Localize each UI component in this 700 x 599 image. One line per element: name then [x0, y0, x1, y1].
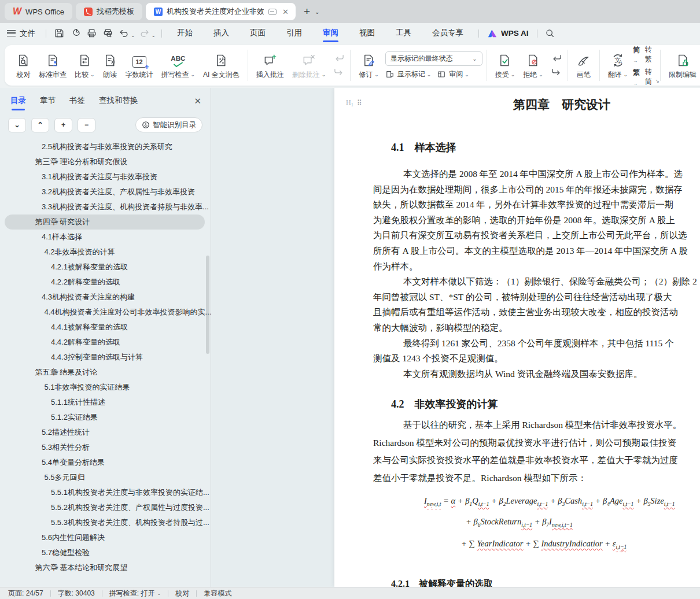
toc-item[interactable]: 3.3机构投资者关注度、机构投资者持股与非效率...	[0, 199, 211, 215]
tab-current-document[interactable]: W 机构投资者关注度对企业非效... ✕	[146, 3, 296, 20]
toc-item[interactable]: 4.4.2解释变量的选取	[0, 335, 211, 350]
toc-item[interactable]: 5.1.1统计性描述	[0, 395, 211, 410]
more-commands-chevron-icon[interactable]: ⌄	[152, 32, 156, 38]
svg-text:A: A	[618, 59, 622, 65]
undo-history-chevron-icon[interactable]: ⌄	[131, 32, 135, 38]
tab-label: WPS Office	[25, 8, 64, 16]
toc-item[interactable]: ▾5.1非效率投资的实证结果	[0, 380, 211, 395]
word-count-indicator[interactable]: 字数: 30403	[58, 589, 95, 598]
menu-item-开始[interactable]: 开始	[171, 23, 198, 43]
toc-item[interactable]: 4.4.3控制变量的选取与计算	[0, 350, 211, 365]
menu-item-插入[interactable]: 插入	[208, 23, 235, 43]
wps-ai-button[interactable]: WPS AI	[487, 29, 529, 38]
insert-comment-button[interactable]: 插入批注	[252, 49, 288, 82]
toc-item[interactable]: 3.2机构投资者关注度、产权属性与非效率投资	[0, 184, 211, 199]
toc-item[interactable]: 5.5.2机构投资者关注度、产权属性与过度投资...	[0, 500, 211, 515]
spellcheck-toggle[interactable]: 拼写检查: 打开 ⌄	[109, 589, 161, 598]
translate-button[interactable]: 文A 翻译⌄	[604, 49, 632, 82]
proofread-status-button[interactable]: 校对	[175, 589, 189, 598]
toc-item[interactable]: 5.5.1机构投资者关注度与非效率投资的实证结...	[0, 485, 211, 500]
sidebar-tab-书签[interactable]: 书签	[69, 95, 85, 110]
toc-item[interactable]: 4.1样本选择	[0, 230, 211, 245]
smart-toc-button[interactable]: 智能识别目录	[135, 117, 202, 132]
toc-item[interactable]: 3.1机构投资者关注度与非效率投资	[0, 169, 211, 184]
word-count-button[interactable]: 12+ 字数统计	[121, 49, 157, 82]
read-aloud-button[interactable]: 朗读	[99, 49, 121, 82]
redo-button[interactable]	[137, 27, 152, 40]
toc-item[interactable]: ▾第四章 研究设计	[0, 215, 211, 230]
menu-item-工具[interactable]: 工具	[390, 23, 417, 43]
sidebar-scrollbar[interactable]	[206, 256, 209, 354]
tab-wps-home[interactable]: W WPS Office	[5, 3, 72, 20]
toc-item[interactable]: ▾第三章 理论分析和研究假设	[0, 154, 211, 169]
export-pdf-button[interactable]	[68, 27, 83, 40]
standard-review-button[interactable]: 标准审查	[35, 49, 71, 82]
toc-item[interactable]: 5.1.2实证结果	[0, 410, 211, 425]
marks-state-dropdown[interactable]: 显示标记的最终状态 ⌄	[385, 51, 482, 66]
toc-item[interactable]: 4.2.1被解释变量的选取	[0, 260, 211, 275]
close-sidebar-icon[interactable]: ✕	[194, 96, 201, 110]
zoom-in-toc-button[interactable]: +	[54, 118, 72, 132]
previous-change-button[interactable]	[550, 53, 563, 64]
tab-docer-templates[interactable]: 找稻壳模板	[76, 3, 142, 20]
review-pane-button[interactable]: 审阅 ⌄	[437, 69, 469, 79]
sidebar-tab-目录[interactable]: 目录	[10, 95, 26, 110]
toc-item[interactable]: 5.4单变量分析结果	[0, 455, 211, 470]
toc-item[interactable]: 5.7稳健型检验	[0, 545, 211, 560]
next-change-button[interactable]	[550, 66, 563, 78]
toc-item[interactable]: 5.6内生性问题解决	[0, 530, 211, 545]
toc-item[interactable]: 4.2.2解释变量的选取	[0, 275, 211, 290]
restrict-editing-button[interactable]: 限制编辑	[665, 49, 700, 82]
tab-list-chevron-icon[interactable]: ⌄	[315, 9, 319, 15]
toc-item[interactable]: ▾第五章 结果及讨论	[0, 365, 211, 380]
toc-item[interactable]: 5.2描述性统计	[0, 425, 211, 440]
collapse-all-button[interactable]: ⌃	[31, 118, 49, 132]
toc-item[interactable]: 2.5机构投资者与非效率投资的关系研究	[0, 139, 211, 154]
previous-comment-button[interactable]	[332, 53, 346, 64]
save-button[interactable]	[51, 27, 67, 40]
accept-changes-button[interactable]: 接受⌄	[491, 49, 520, 82]
menu-item-会员专享[interactable]: 会员专享	[426, 23, 469, 43]
file-menu-button[interactable]: 文件	[7, 28, 35, 39]
track-changes-button[interactable]: 修订⌄	[355, 49, 383, 82]
compare-button[interactable]: 比较⌄	[71, 49, 99, 82]
expand-all-button[interactable]: ⌄	[8, 118, 26, 132]
search-icon[interactable]	[543, 27, 558, 40]
document-page[interactable]: H1 ⠿ 第四章 研究设计4.1 样本选择本文选择的是 2008 年至 2014…	[334, 88, 700, 587]
toc-item[interactable]: 5.3相关性分析	[0, 440, 211, 455]
menu-item-引用[interactable]: 引用	[281, 23, 308, 43]
zoom-out-toc-button[interactable]: −	[78, 118, 95, 132]
toc-item[interactable]: 4.4.1被解释变量的选取	[0, 320, 211, 335]
smart-toc-icon	[142, 121, 150, 129]
next-comment-button[interactable]	[332, 66, 346, 78]
chapter-title: 第四章 研究设计	[513, 96, 700, 113]
reject-changes-button[interactable]: 拒绝⌄	[519, 49, 547, 82]
proofread-button[interactable]: 校对	[12, 49, 35, 82]
toc-item[interactable]: 4.3机构投资者关注度的构建	[0, 290, 211, 305]
print-preview-button[interactable]	[100, 27, 115, 40]
sidebar-tab-章节[interactable]: 章节	[40, 95, 56, 110]
close-tab-icon[interactable]: ✕	[280, 8, 291, 16]
print-button[interactable]	[84, 27, 99, 40]
menu-item-页面[interactable]: 页面	[244, 23, 271, 43]
spell-check-button[interactable]: ABC 拼写检查⌄	[157, 49, 200, 82]
toc-item[interactable]: ▾5.5多元回归	[0, 470, 211, 485]
undo-button[interactable]	[116, 27, 131, 40]
sidebar-tab-查找和替换[interactable]: 查找和替换	[99, 95, 138, 110]
menu-item-视图[interactable]: 视图	[353, 23, 381, 43]
toc-item[interactable]: ▾第六章 基本结论和研究展望	[0, 560, 211, 575]
pen-annotate-button[interactable]: 画笔	[572, 49, 595, 82]
menu-item-审阅[interactable]: 审阅	[317, 23, 344, 43]
toc-item[interactable]: 5.5.3机构投资者关注度、机构投资者持股与过...	[0, 515, 211, 530]
new-tab-button[interactable]: +	[304, 5, 310, 18]
traditional-to-simplified-button[interactable]: 繁 转简	[633, 67, 656, 87]
simplified-to-traditional-button[interactable]: 简 转繁	[633, 45, 656, 64]
ai-polish-button[interactable]: AI 全文润色	[199, 49, 244, 82]
show-marks-button[interactable]: 显示标记 ⌄	[385, 69, 432, 79]
delete-comment-button[interactable]: 删除批注⌄	[288, 49, 330, 82]
ribbon-collapse-icon[interactable]: ↘	[655, 78, 660, 84]
drag-handle-icon[interactable]: ⠿	[357, 99, 362, 107]
toc-item[interactable]: ▾4.2非效率投资的计算	[0, 245, 211, 260]
toc-item[interactable]: ▾4.4机构投资者关注度对公司非效率投资影响的实...	[0, 305, 211, 320]
page-indicator: 页面: 24/57	[8, 589, 43, 598]
